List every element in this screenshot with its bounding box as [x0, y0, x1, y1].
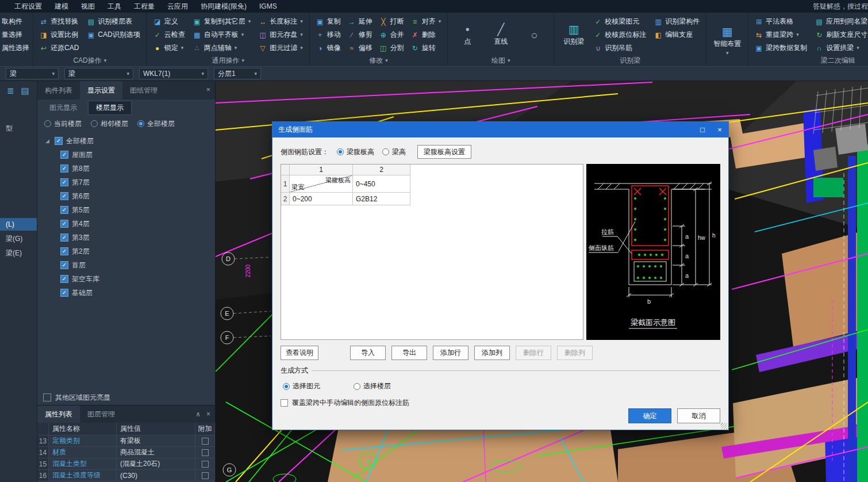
menu-quantity[interactable]: 工程量	[128, 0, 161, 13]
group-label-beam-edit[interactable]: 梁二次编辑	[748, 55, 868, 66]
delete-row-button[interactable]: 删除行	[516, 346, 551, 360]
checkbox-checked[interactable]: ✓	[60, 289, 68, 297]
group-label-recognize-beam[interactable]: 识别梁	[554, 55, 706, 66]
cad-recognize-options-button[interactable]: ▣CAD识别选项	[85, 28, 141, 41]
ribbon-attribute-select[interactable]: 属性选择	[0, 41, 33, 55]
two-point-axis-button[interactable]: ∴两点辅轴▾	[191, 41, 253, 55]
checkbox-checked[interactable]: ✓	[60, 275, 68, 283]
cancel-button[interactable]: 取消	[677, 408, 720, 423]
split-button[interactable]: ◫分割	[378, 41, 406, 55]
cloud-check-button[interactable]: ✓云检查	[152, 28, 187, 41]
attach-checkbox[interactable]	[202, 461, 209, 468]
checkbox-checked[interactable]: ✓	[60, 247, 68, 255]
menu-modeling[interactable]: 建模	[48, 0, 75, 13]
recognize-beam-component-button[interactable]: ▥识别梁构件	[652, 15, 701, 28]
property-row[interactable]: 14 材质 商品混凝土	[37, 447, 215, 458]
list-icon[interactable]: ≣	[7, 86, 14, 96]
beam-name-dropdown[interactable]: WKL7(1)▾	[139, 68, 208, 79]
checkbox-checked[interactable]: ✓	[60, 206, 68, 214]
save-element-button[interactable]: ◫图元存盘▾	[257, 28, 305, 41]
checkbox-checked[interactable]: ✓	[60, 151, 68, 159]
trim-button[interactable]: ∕修剪	[346, 28, 374, 41]
menu-view[interactable]: 视图	[75, 0, 101, 13]
web-height-table[interactable]: 1 2 1 梁腹板高 梁宽 0~450 2 0~200 G2	[281, 164, 583, 340]
floor-item-4[interactable]: ✓第4层	[37, 217, 215, 231]
checkbox-checked[interactable]: ✓	[60, 220, 68, 228]
element-filter-button[interactable]: ▽图元过滤▾	[257, 41, 305, 55]
find-replace-button[interactable]: ⇄查找替换	[38, 15, 80, 28]
table-row-header-2[interactable]: 2	[281, 193, 290, 205]
line-tool-button[interactable]: ╱直线	[486, 15, 516, 55]
checkbox-checked[interactable]: ✓	[55, 137, 63, 145]
checkbox-unchecked[interactable]	[43, 393, 51, 401]
merge-button[interactable]: ⊕合并	[378, 28, 406, 41]
auto-align-slab-button[interactable]: ▦自动平齐板▾	[191, 28, 253, 41]
strip-item-beam-e[interactable]: 梁(E)	[6, 248, 22, 258]
close-icon[interactable]: ×	[206, 85, 210, 94]
group-label-draw[interactable]: 绘图▾	[448, 55, 554, 66]
attach-checkbox[interactable]	[202, 449, 209, 456]
recognize-hanger-rebar-button[interactable]: ∪识别吊筋	[592, 41, 648, 55]
ribbon-pick-component[interactable]: 取构件	[0, 15, 33, 28]
radio-all-floors[interactable]: 全部楼层	[137, 119, 175, 129]
smart-layout-button[interactable]: ▦智能布置▾	[711, 26, 743, 56]
dialog-titlebar[interactable]: 生成侧面筋 □ ×	[272, 122, 728, 137]
floor-item-5[interactable]: ✓第5层	[37, 203, 215, 217]
rotate-button[interactable]: ↻旋转	[409, 41, 443, 55]
override-annotation-row[interactable]: 覆盖梁跨中手动编辑的侧面原位标注筋	[281, 398, 720, 408]
re-extract-beam-span-button[interactable]: ⇆重提梁跨▾	[753, 28, 809, 41]
copy-to-other-floor-button[interactable]: ▣复制到其它层▾	[191, 15, 253, 28]
web-height-setting-button[interactable]: 梁腹板高设置	[417, 145, 471, 159]
check-insitu-annotation-button[interactable]: ✓校核原位标注	[592, 28, 648, 41]
menu-tools[interactable]: 工具	[101, 0, 128, 13]
add-col-button[interactable]: 添加列	[474, 346, 510, 360]
floor-item-garage[interactable]: ✓架空车库	[37, 272, 215, 286]
restore-cad-button[interactable]: ↩还原CAD	[38, 41, 80, 55]
checkbox-checked[interactable]: ✓	[60, 178, 68, 186]
subtab-floor-display[interactable]: 楼层显示	[88, 101, 132, 115]
offset-button[interactable]: ≈偏移	[346, 41, 374, 55]
break-button[interactable]: ╳打断	[378, 15, 406, 28]
length-annotation-button[interactable]: ↔长度标注▾	[257, 15, 305, 28]
radio-select-elements[interactable]: 选择图元	[283, 381, 320, 391]
collapse-icon[interactable]: ◢	[45, 138, 51, 144]
tab-component-list[interactable]: 构件列表	[37, 81, 80, 100]
check-beam-elements-button[interactable]: ✓校核梁图元	[592, 15, 648, 28]
table-cell-beam-width-range[interactable]: 0~200	[290, 193, 353, 205]
radio-beam-web-height[interactable]: 梁腹板高	[337, 147, 374, 157]
table-cell-rebar-spec[interactable]: G2B12	[353, 193, 410, 205]
property-row[interactable]: 13 定额类别 有梁板	[37, 435, 215, 447]
subtab-element-display[interactable]: 图元显示	[42, 101, 85, 114]
copy-button[interactable]: ▣复制	[314, 15, 343, 28]
resize-grip[interactable]	[721, 423, 727, 429]
checkbox-checked[interactable]: ✓	[60, 261, 68, 269]
refresh-support-size-button[interactable]: ↻刷新支座尺寸	[813, 28, 868, 41]
layers-icon[interactable]: ▤	[21, 86, 29, 96]
help-search-text[interactable]: 答疑解惑，搜过程	[813, 2, 868, 12]
strip-item-beam-l-selected[interactable]: (L)	[0, 218, 37, 231]
lock-button[interactable]: ●锁定▾	[152, 41, 187, 55]
ok-button[interactable]: 确定	[628, 408, 671, 423]
group-label-common[interactable]: 通用操作▾	[147, 55, 309, 66]
delete-button[interactable]: ✗删除	[409, 28, 443, 41]
delete-col-button[interactable]: 删除列	[557, 346, 593, 360]
radio-select-floors[interactable]: 选择楼层	[354, 381, 391, 391]
import-button[interactable]: 导入	[350, 346, 386, 360]
strip-item-type[interactable]: 型	[6, 124, 13, 133]
checkbox-checked[interactable]: ✓	[60, 234, 68, 242]
table-col-header-2[interactable]: 2	[353, 165, 410, 175]
table-row-header-1[interactable]: 1	[281, 175, 290, 193]
radio-adjacent-floor[interactable]: 相邻楼层	[91, 119, 128, 129]
tab-layer-management[interactable]: 图层管理	[80, 406, 122, 423]
circle-tool-button[interactable]: ○	[519, 15, 549, 55]
collapse-up-icon[interactable]: ∧	[195, 410, 201, 418]
apply-to-same-name-beam-button[interactable]: ▤应用到同名梁	[813, 15, 868, 28]
group-label-cad[interactable]: CAD操作▾	[33, 55, 147, 66]
close-icon[interactable]: ×	[711, 122, 728, 137]
recognize-beam-button[interactable]: ▥识别梁	[559, 15, 589, 55]
group-label-modify[interactable]: 修改▾	[310, 55, 448, 66]
ribbon-batch-select[interactable]: 量选择	[0, 28, 33, 41]
table-col-header-1[interactable]: 1	[290, 165, 353, 175]
menu-cloud[interactable]: 云应用	[161, 0, 194, 13]
floor-item-2[interactable]: ✓第2层	[37, 244, 215, 258]
